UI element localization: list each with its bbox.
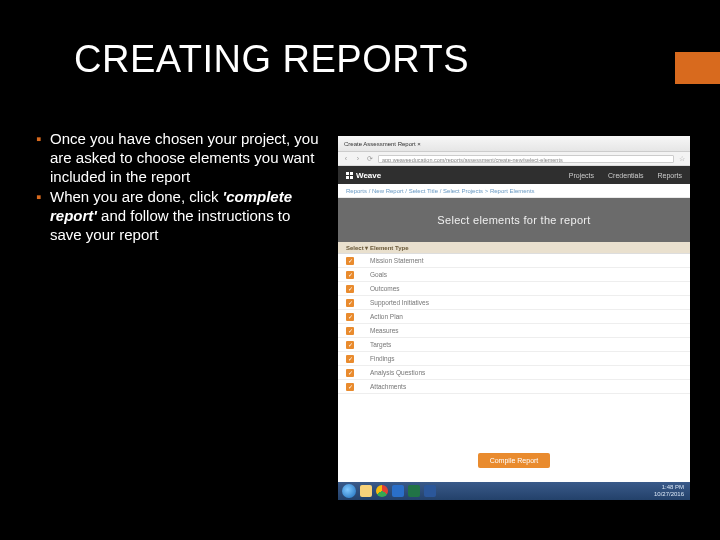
table-row: ✓Outcomes — [338, 282, 690, 296]
bullet-marker: ▪ — [36, 130, 50, 186]
star-icon[interactable]: ☆ — [678, 155, 686, 163]
checkbox-icon[interactable]: ✓ — [346, 341, 354, 349]
table-row: ✓Measures — [338, 324, 690, 338]
row-label: Attachments — [370, 383, 690, 390]
table-header: Select ▾ Element Type — [338, 242, 690, 254]
compile-area: Compile Report — [338, 443, 690, 482]
bullet-item: ▪ Once you have chosen your project, you… — [36, 130, 326, 186]
table-row: ✓Goals — [338, 268, 690, 282]
app-header: Weave Projects Credentials Reports — [338, 166, 690, 184]
col-select[interactable]: Select ▾ — [338, 244, 370, 251]
grid-icon — [346, 172, 353, 179]
system-clock[interactable]: 1:48 PM 10/27/2016 — [654, 484, 686, 497]
outlook-icon[interactable] — [392, 485, 404, 497]
nav-reports[interactable]: Reports — [657, 172, 682, 179]
slide-title: CREATING REPORTS — [74, 38, 469, 81]
explorer-icon[interactable] — [360, 485, 372, 497]
table-row: ✓Targets — [338, 338, 690, 352]
row-label: Measures — [370, 327, 690, 334]
bullet-marker: ▪ — [36, 188, 50, 244]
windows-taskbar: 1:48 PM 10/27/2016 — [338, 482, 690, 500]
table-row: ✓Supported Initiatives — [338, 296, 690, 310]
table-row: ✓Findings — [338, 352, 690, 366]
checkbox-icon[interactable]: ✓ — [346, 285, 354, 293]
breadcrumb[interactable]: Reports / New Report / Select Title / Se… — [338, 184, 690, 198]
row-label: Mission Statement — [370, 257, 690, 264]
excel-icon[interactable] — [408, 485, 420, 497]
browser-tab[interactable]: Create Assessment Report × — [344, 141, 421, 147]
checkbox-icon[interactable]: ✓ — [346, 271, 354, 279]
word-icon[interactable] — [424, 485, 436, 497]
table-row: ✓Mission Statement — [338, 254, 690, 268]
table-row: ✓Action Plan — [338, 310, 690, 324]
row-label: Goals — [370, 271, 690, 278]
checkbox-icon[interactable]: ✓ — [346, 299, 354, 307]
checkbox-icon[interactable]: ✓ — [346, 327, 354, 335]
browser-toolbar: ‹ › ⟳ app.weaveeducation.com/reports/ass… — [338, 152, 690, 166]
row-label: Targets — [370, 341, 690, 348]
accent-bar — [675, 52, 720, 84]
start-button[interactable] — [342, 484, 356, 498]
nav-projects[interactable]: Projects — [569, 172, 594, 179]
checkbox-icon[interactable]: ✓ — [346, 313, 354, 321]
url-bar[interactable]: app.weaveeducation.com/reports/assessmen… — [378, 155, 674, 163]
elements-table: Select ▾ Element Type ✓Mission Statement… — [338, 242, 690, 443]
col-element-type: Element Type — [370, 245, 690, 251]
chrome-icon[interactable] — [376, 485, 388, 497]
row-label: Analysis Questions — [370, 369, 690, 376]
checkbox-icon[interactable]: ✓ — [346, 383, 354, 391]
row-label: Findings — [370, 355, 690, 362]
brand-logo[interactable]: Weave — [346, 171, 381, 180]
checkbox-icon[interactable]: ✓ — [346, 355, 354, 363]
checkbox-icon[interactable]: ✓ — [346, 369, 354, 377]
row-label: Action Plan — [370, 313, 690, 320]
row-label: Supported Initiatives — [370, 299, 690, 306]
row-label: Outcomes — [370, 285, 690, 292]
compile-report-button[interactable]: Compile Report — [478, 453, 551, 468]
app-screenshot: Create Assessment Report × ‹ › ⟳ app.wea… — [338, 136, 690, 500]
bullet-text: When you are done, click 'complete repor… — [50, 188, 326, 244]
back-icon[interactable]: ‹ — [342, 155, 350, 163]
checkbox-icon[interactable]: ✓ — [346, 257, 354, 265]
bullet-text: Once you have chosen your project, you a… — [50, 130, 326, 186]
browser-tab-strip: Create Assessment Report × — [338, 136, 690, 152]
reload-icon[interactable]: ⟳ — [366, 155, 374, 163]
table-row: ✓Analysis Questions — [338, 366, 690, 380]
forward-icon[interactable]: › — [354, 155, 362, 163]
bullet-item: ▪ When you are done, click 'complete rep… — [36, 188, 326, 244]
hero-banner: Select elements for the report — [338, 198, 690, 242]
table-row: ✓Attachments — [338, 380, 690, 394]
bullet-list: ▪ Once you have chosen your project, you… — [36, 130, 326, 247]
nav-credentials[interactable]: Credentials — [608, 172, 643, 179]
